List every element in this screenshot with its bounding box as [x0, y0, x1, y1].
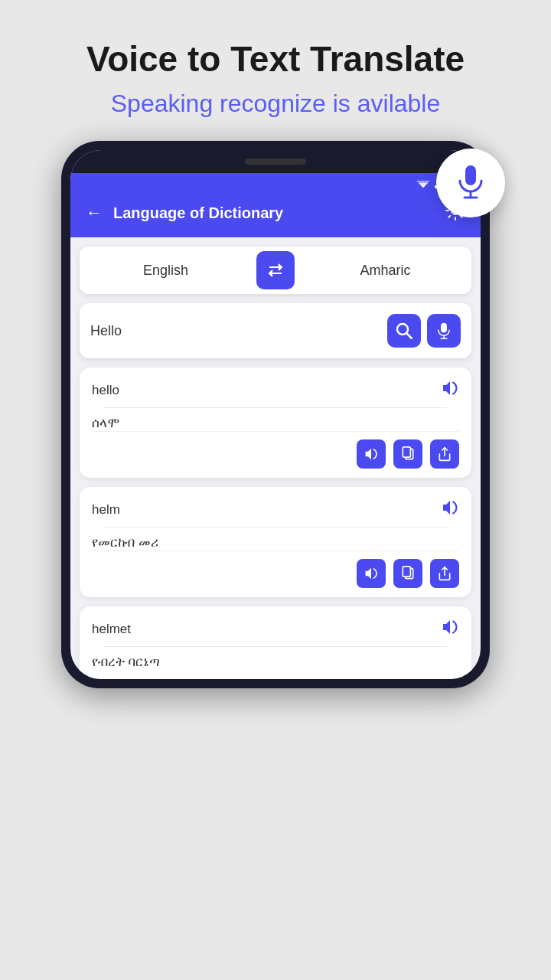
search-bar: Hello [80, 303, 471, 358]
phone-screen: ← Language of Dictionary [70, 150, 481, 679]
source-language-button[interactable]: English [80, 249, 252, 292]
divider-helm [104, 527, 447, 528]
app-bar-title: Language of Dictionary [113, 204, 435, 222]
svg-rect-30 [403, 447, 410, 457]
voice-search-button[interactable] [427, 314, 461, 348]
header-section: Voice to Text Translate Speaking recogni… [0, 0, 551, 141]
result-actions-helm [92, 550, 459, 588]
share-action-helm[interactable] [430, 559, 459, 588]
svg-rect-0 [465, 165, 476, 185]
svg-line-21 [448, 216, 450, 217]
result-word-row-helm: helm [92, 499, 459, 521]
share-action-hello[interactable] [430, 439, 459, 469]
search-button[interactable] [387, 314, 421, 348]
wifi-icon [416, 178, 430, 188]
translation-hello: ሰላሞ [92, 416, 459, 431]
mic-fab-button[interactable] [436, 149, 505, 217]
sound-action-helm[interactable] [357, 559, 386, 588]
main-title: Voice to Text Translate [46, 38, 505, 80]
divider-helmet [104, 646, 447, 647]
speaker-notch [245, 158, 306, 165]
sound-button-helmet[interactable] [441, 619, 459, 640]
result-word-helm: helm [92, 502, 120, 518]
copy-action-hello[interactable] [393, 439, 422, 469]
result-card-helmet: helmet የብረት ባርኔጣ [80, 606, 471, 679]
target-language-button[interactable]: Amharic [299, 249, 471, 292]
svg-rect-33 [403, 567, 410, 577]
sound-action-hello[interactable] [357, 439, 386, 469]
swap-language-button[interactable] [256, 251, 295, 289]
sound-button-hello[interactable] [441, 380, 459, 401]
copy-action-helm[interactable] [393, 559, 422, 588]
sound-button-helm[interactable] [441, 499, 459, 521]
result-word-helmet: helmet [92, 622, 131, 637]
result-card-hello: hello ሰላሞ [80, 368, 471, 478]
search-input-display[interactable]: Hello [90, 323, 381, 339]
app-bar: ← Language of Dictionary [70, 188, 481, 237]
svg-rect-26 [441, 323, 447, 333]
status-bar [70, 173, 481, 188]
result-word-hello: hello [92, 383, 119, 398]
translation-helmet: የብረት ባርኔጣ [92, 655, 459, 670]
phone-frame: ← Language of Dictionary [61, 141, 490, 688]
divider [104, 407, 447, 408]
back-button[interactable]: ← [86, 203, 103, 223]
svg-marker-5 [421, 185, 425, 188]
language-selector: English Amharic [80, 247, 471, 294]
svg-line-25 [407, 334, 412, 339]
translation-helm: የመርከብ መሪ [92, 535, 459, 550]
result-card-helm: helm የመርከብ መሪ [80, 487, 471, 597]
result-actions-hello [92, 431, 459, 469]
phone-notch [70, 150, 481, 173]
result-word-row-hello: hello [92, 380, 459, 401]
sub-title: Speaking recognize is avilable [46, 90, 505, 118]
result-word-row-helmet: helmet [92, 619, 459, 640]
phone-wrapper: ← Language of Dictionary [61, 141, 490, 688]
